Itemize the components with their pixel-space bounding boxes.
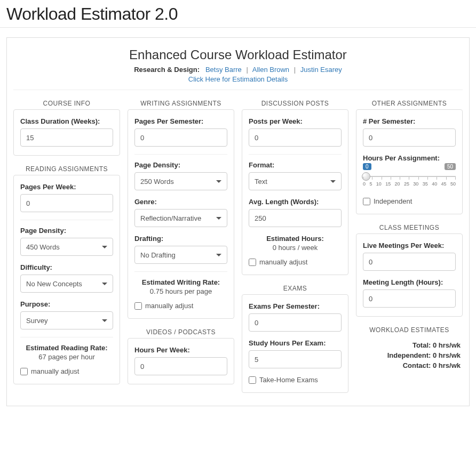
credit-link-3[interactable]: Justin Esarey <box>300 66 342 74</box>
divider <box>20 337 113 337</box>
other-hours-slider[interactable]: 0 50 05101520253035404550 <box>363 165 456 190</box>
details-link-row: Click Here for Estimation Details <box>13 75 463 83</box>
reading-difficulty-select[interactable]: No New Concepts <box>20 275 113 293</box>
exams-section: EXAMS Exams Per Semester: Study Hours Pe… <box>242 285 348 393</box>
credit-link-2[interactable]: Allen Brown <box>252 66 289 74</box>
meetings-card: Live Meetings Per Week: Meeting Length (… <box>356 233 463 317</box>
estimates-independent-label: Independent: <box>387 351 431 359</box>
column-2: WRITING ASSIGNMENTS Pages Per Semester: … <box>128 100 234 384</box>
videos-hours-label: Hours Per Week: <box>134 346 227 354</box>
caret-down-icon <box>216 217 221 220</box>
credit-link-1[interactable]: Betsy Barre <box>205 66 242 74</box>
exams-card: Exams Per Semester: Study Hours Per Exam… <box>242 294 348 393</box>
exams-study-input[interactable] <box>249 350 342 368</box>
reading-pages-input[interactable] <box>20 194 113 212</box>
videos-hours-input[interactable] <box>134 357 227 375</box>
writing-density-select[interactable]: 250 Words <box>134 172 227 190</box>
slider-max-badge: 50 <box>445 163 456 170</box>
discussion-est-value: 0 hours / week <box>249 244 342 252</box>
main-panel: Enhanced Course Workload Estimator Resea… <box>6 37 470 406</box>
other-heading: OTHER ASSIGNMENTS <box>356 100 463 107</box>
separator: | <box>294 66 296 74</box>
discussion-adjust-checkbox[interactable] <box>249 259 256 266</box>
writing-drafting-selected: No Drafting <box>140 251 176 259</box>
estimates-heading: WORKLOAD ESTIMATES <box>356 326 463 334</box>
discussion-card: Posts per Week: Format: Text Avg. Length… <box>242 109 348 275</box>
credits-label: Research & Design: <box>134 66 200 74</box>
reading-density-select[interactable]: 450 Words <box>20 238 113 256</box>
exams-count-input[interactable] <box>249 313 342 332</box>
meetings-length-label: Meeting Length (Hours): <box>363 278 456 286</box>
reading-purpose-selected: Survey <box>26 317 47 325</box>
writing-section: WRITING ASSIGNMENTS Pages Per Semester: … <box>128 100 234 319</box>
columns: COURSE INFO Class Duration (Weeks): READ… <box>13 100 463 393</box>
discussion-format-selected: Text <box>255 178 267 186</box>
caret-down-icon <box>102 246 107 248</box>
meetings-length-input[interactable] <box>363 289 456 308</box>
discussion-posts-label: Posts per Week: <box>249 117 342 125</box>
writing-drafting-label: Drafting: <box>134 235 227 243</box>
writing-drafting-select[interactable]: No Drafting <box>134 246 227 264</box>
reading-difficulty-label: Difficulty: <box>20 263 113 271</box>
discussion-adjust-label: manually adjust <box>259 258 307 266</box>
estimates-results: Total: 0 hrs/wk Independent: 0 hrs/wk Co… <box>356 336 463 369</box>
caret-down-icon <box>102 283 107 285</box>
estimates-contact-value: 0 hrs/wk <box>433 361 461 369</box>
reading-rate-label: Estimated Reading Rate: <box>20 344 113 352</box>
meetings-live-input[interactable] <box>363 253 456 271</box>
other-independent-label: Independent <box>374 197 412 205</box>
credits-line: Research & Design: Betsy Barre | Allen B… <box>13 66 463 74</box>
exams-study-label: Study Hours Per Exam: <box>249 339 342 347</box>
discussion-length-label: Avg. Length (Words): <box>249 198 342 206</box>
course-info-card: Class Duration (Weeks): <box>13 109 120 156</box>
other-num-input[interactable] <box>363 128 456 147</box>
reading-purpose-select[interactable]: Survey <box>20 311 113 329</box>
other-hours-label: Hours Per Assignment: <box>363 154 456 162</box>
slider-tick-labels: 05101520253035404550 <box>363 181 456 187</box>
class-duration-input[interactable] <box>20 128 113 147</box>
reading-heading: READING ASSIGNMENTS <box>13 165 120 173</box>
reading-adjust-label: manually adjust <box>31 367 79 375</box>
exams-takehome-checkbox[interactable] <box>249 376 256 384</box>
writing-rate-label: Estimated Writing Rate: <box>134 278 227 286</box>
writing-card: Pages Per Semester: Page Density: 250 Wo… <box>128 109 234 319</box>
videos-heading: VIDEOS / PODCASTS <box>128 328 234 336</box>
reading-adjust-checkbox[interactable] <box>20 368 28 375</box>
writing-adjust-checkbox[interactable] <box>134 302 142 310</box>
column-4: OTHER ASSIGNMENTS # Per Semester: Hours … <box>356 100 463 372</box>
videos-card: Hours Per Week: <box>128 338 234 384</box>
estimates-contact-label: Contact: <box>403 361 431 369</box>
discussion-format-label: Format: <box>249 161 342 169</box>
reading-density-label: Page Density: <box>20 227 113 235</box>
meetings-live-label: Live Meetings Per Week: <box>363 241 456 249</box>
course-info-heading: COURSE INFO <box>13 100 120 107</box>
discussion-length-input[interactable] <box>249 209 342 227</box>
divider <box>134 271 227 272</box>
reading-section: READING ASSIGNMENTS Pages Per Week: Page… <box>13 165 120 384</box>
meetings-section: CLASS MEETINGS Live Meetings Per Week: M… <box>356 224 463 317</box>
writing-adjust-label: manually adjust <box>145 302 193 310</box>
writing-genre-select[interactable]: Reflection/Narrative <box>134 209 227 227</box>
estimation-details-link[interactable]: Click Here for Estimation Details <box>188 75 288 83</box>
reading-difficulty-selected: No New Concepts <box>26 280 82 288</box>
exams-count-label: Exams Per Semester: <box>249 302 342 310</box>
reading-purpose-label: Purpose: <box>20 300 113 308</box>
estimates-independent-value: 0 hrs/wk <box>433 351 461 359</box>
discussion-format-select[interactable]: Text <box>249 172 342 190</box>
meetings-heading: CLASS MEETINGS <box>356 224 463 231</box>
column-3: DISCUSSION POSTS Posts per Week: Format:… <box>242 100 348 393</box>
subtitle: Enhanced Course Workload Estimator <box>13 47 463 62</box>
reading-card: Pages Per Week: Page Density: 450 Words … <box>13 175 120 384</box>
estimates-section: WORKLOAD ESTIMATES Total: 0 hrs/wk Indep… <box>356 326 463 372</box>
discussion-section: DISCUSSION POSTS Posts per Week: Format:… <box>242 100 348 275</box>
discussion-posts-input[interactable] <box>249 128 342 147</box>
course-info-section: COURSE INFO Class Duration (Weeks): <box>13 100 120 156</box>
divider <box>134 154 227 155</box>
estimates-total-label: Total: <box>412 341 431 349</box>
reading-rate-value: 67 pages per hour <box>20 353 113 361</box>
writing-density-label: Page Density: <box>134 161 227 169</box>
divider <box>249 154 342 155</box>
page-title: Workload Estimator 2.0 <box>0 0 476 28</box>
other-independent-checkbox[interactable] <box>363 198 370 205</box>
writing-pages-input[interactable] <box>134 128 227 147</box>
